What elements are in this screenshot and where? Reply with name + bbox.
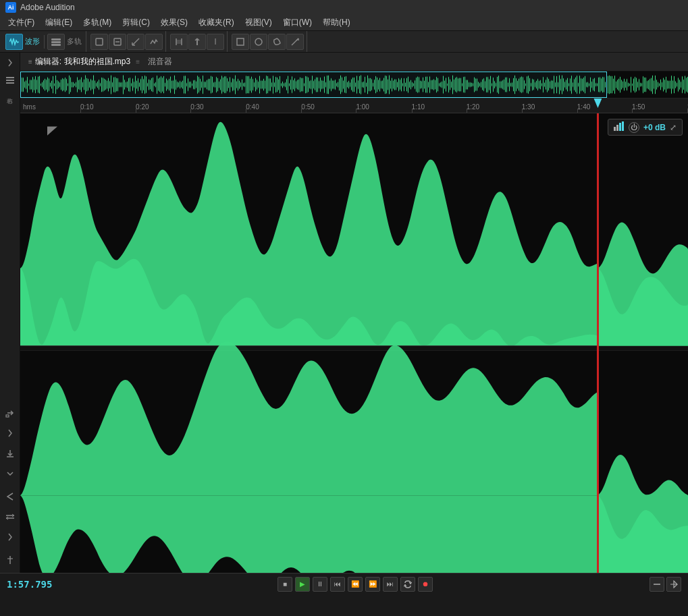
left-sidebar: 名称 (0, 53, 20, 573)
app-icon: Ai (5, 2, 16, 13)
svg-point-16 (255, 38, 262, 45)
editor-tabbar: ≡ 编辑器: 我和我的祖国.mp3 ≡ 混音器 (20, 53, 688, 72)
menu-file[interactable]: 文件(F) (3, 15, 40, 31)
multitrack-label: 多轨 (65, 36, 83, 47)
menu-window[interactable]: 窗口(W) (277, 15, 317, 31)
svg-rect-20 (6, 77, 14, 78)
waveform-svg (20, 113, 688, 573)
mixer-tab[interactable]: 混音器 (148, 56, 172, 67)
sel-btn-3[interactable]: I (207, 34, 224, 50)
sidebar-expand2-icon[interactable] (3, 426, 18, 441)
svg-line-6 (132, 38, 139, 45)
app-title: Adobe Audition (20, 3, 75, 12)
timeline-ruler[interactable]: hms 0:100:200:300:400:501:001:101:201:30… (20, 99, 688, 113)
fast-forward-btn[interactable]: ⏩ (365, 577, 380, 592)
svg-rect-21 (6, 80, 14, 81)
sidebar-expand-icon[interactable] (3, 55, 18, 70)
vol-db-label: +0 dB (643, 123, 666, 132)
svg-rect-31 (616, 125, 618, 131)
transport-bar: 1:57.795 ■ ▶ ⏸ ⏮ ⏪ ⏩ ⏭ ⏺ (0, 573, 688, 594)
svg-rect-22 (6, 82, 14, 84)
sel-btn-2[interactable] (188, 34, 206, 50)
svg-rect-33 (622, 121, 624, 131)
mini-overview[interactable] (20, 72, 688, 99)
go-end-btn[interactable]: ⏭ (383, 577, 398, 592)
sidebar-arrow-icon[interactable] (3, 489, 18, 504)
svg-rect-32 (619, 123, 621, 131)
menu-multitrack[interactable]: 多轨(M) (78, 15, 117, 31)
selection-group: I (167, 31, 228, 52)
editor-area: ≡ 编辑器: 我和我的祖国.mp3 ≡ 混音器 hms 0:100:200:30… (20, 53, 688, 573)
tool-group (88, 31, 166, 52)
sidebar-download-icon[interactable] (3, 446, 18, 461)
go-start-btn[interactable]: ⏮ (330, 577, 345, 592)
tool-btn-4[interactable] (145, 34, 163, 50)
shape-btn-1[interactable] (232, 34, 249, 50)
tool-btn-2[interactable] (109, 34, 126, 50)
channel2-right-waveform (598, 351, 688, 573)
zoom-controls (650, 577, 681, 592)
tool-btn-1[interactable] (90, 34, 108, 50)
shape-btn-4[interactable] (286, 34, 304, 50)
zoom-out-btn[interactable] (650, 577, 664, 592)
svg-rect-1 (51, 41, 61, 43)
rewind-btn[interactable]: ⏪ (348, 577, 363, 592)
channel1-right-waveform (598, 113, 688, 345)
ruler-marks: 0:100:200:300:400:501:001:101:201:301:40… (20, 99, 688, 113)
svg-rect-50 (20, 345, 688, 350)
zoom-in-btn[interactable] (666, 577, 681, 592)
sidebar-expand3-icon[interactable] (3, 530, 18, 544)
menu-favorites[interactable]: 收藏夹(R) (193, 15, 240, 31)
transport-controls: ■ ▶ ⏸ ⏮ ⏪ ⏩ ⏭ ⏺ (277, 577, 433, 592)
editor-tab-label: 编辑器: 我和我的祖国.mp3 (35, 56, 130, 67)
menu-effects[interactable]: 效果(S) (155, 15, 193, 31)
waveform-mode-btn[interactable] (5, 34, 23, 50)
svg-rect-3 (96, 38, 103, 45)
shape-btn-2[interactable] (250, 34, 267, 50)
sidebar-share-icon[interactable] (3, 405, 18, 420)
toolbar: 波形 多轨 I (0, 31, 688, 53)
sidebar-chevron-icon[interactable] (3, 466, 18, 481)
tool-btn-3[interactable] (127, 34, 144, 50)
view-mode-group: 波形 多轨 (3, 31, 86, 52)
sidebar-panel-icon[interactable] (3, 73, 18, 88)
tab-icon: ≡ (28, 58, 32, 65)
waveform-label: 波形 (24, 36, 41, 47)
vol-power-btn[interactable]: ⏻ (629, 122, 639, 133)
mini-waveform-canvas (20, 72, 688, 98)
menu-clip[interactable]: 剪辑(C) (117, 15, 155, 31)
svg-rect-11 (176, 40, 182, 44)
waveform-container[interactable]: ⏻ +0 dB ⤢ (20, 113, 688, 573)
play-btn[interactable]: ▶ (295, 577, 310, 592)
svg-rect-15 (237, 38, 244, 45)
svg-rect-30 (614, 127, 616, 131)
svg-rect-2 (51, 44, 61, 46)
time-display: 1:57.795 (7, 579, 61, 590)
channel1-waveform (20, 113, 598, 346)
tab-menu-icon[interactable]: ≡ (136, 58, 140, 65)
stop-btn[interactable]: ■ (277, 577, 292, 592)
volume-control: ⏻ +0 dB ⤢ (608, 119, 683, 136)
playhead-line (598, 113, 599, 573)
channel2-waveform (20, 341, 688, 573)
shape-group (229, 31, 307, 52)
loop-btn[interactable] (400, 577, 415, 592)
volume-bars-icon (614, 121, 625, 133)
sidebar-transfer-icon[interactable] (3, 509, 18, 524)
sel-btn-1[interactable] (170, 34, 188, 50)
titlebar: Ai Adobe Audition (0, 0, 688, 15)
pause-btn[interactable]: ⏸ (313, 577, 327, 592)
menu-edit[interactable]: 编辑(E) (40, 15, 78, 31)
menu-view[interactable]: 视图(V) (240, 15, 277, 31)
svg-rect-23 (6, 415, 9, 417)
menu-help[interactable]: 帮助(H) (317, 15, 356, 31)
editor-tab-file[interactable]: ≡ 编辑器: 我和我的祖国.mp3 ≡ (26, 55, 142, 69)
record-btn[interactable]: ⏺ (418, 577, 433, 592)
shape-btn-3[interactable] (268, 34, 286, 50)
vol-expand-btn[interactable]: ⤢ (670, 123, 677, 132)
svg-rect-0 (51, 38, 61, 40)
multitrack-mode-btn[interactable] (47, 34, 65, 50)
menubar: 文件(F) 编辑(E) 多轨(M) 剪辑(C) 效果(S) 收藏夹(R) 视图(… (0, 15, 688, 31)
sidebar-marker-icon[interactable] (3, 553, 18, 567)
main-layout: 名称 ≡ 编辑器: 我和我的祖 (0, 53, 688, 573)
